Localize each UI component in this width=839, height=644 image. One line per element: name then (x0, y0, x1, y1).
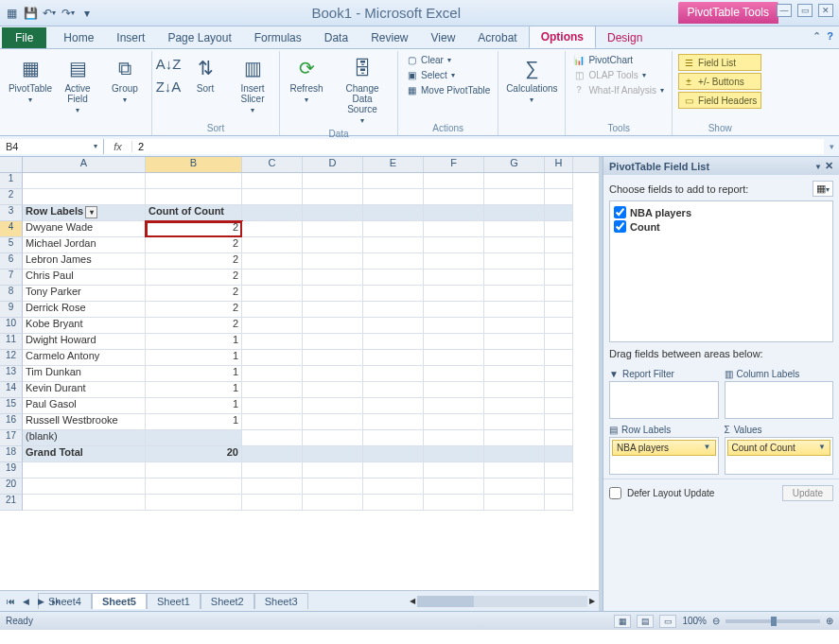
tab-options[interactable]: Options (529, 26, 596, 48)
tab-data[interactable]: Data (313, 27, 359, 48)
pane-menu-icon[interactable]: ▼ (814, 163, 822, 171)
sheet-nav-last[interactable]: ⏭ (49, 597, 62, 606)
zoom-in-button[interactable]: ⊕ (826, 616, 833, 626)
change-data-source-button[interactable]: 🗄Change Data Source▾ (333, 53, 392, 127)
sheet-tab-sheet3[interactable]: Sheet3 (254, 593, 308, 609)
tab-review[interactable]: Review (359, 27, 419, 48)
row-header-5[interactable]: 5 (0, 237, 23, 253)
row-header-15[interactable]: 15 (0, 398, 23, 414)
field-nba-players[interactable]: NBA players (614, 205, 829, 219)
row-header-8[interactable]: 8 (0, 286, 23, 302)
pivot-blank-row[interactable]: (blank) (23, 430, 146, 446)
pivot-row-label[interactable]: Kevin Durant (23, 382, 146, 398)
column-header-C[interactable]: C (242, 157, 303, 172)
whatif-button[interactable]: ？What-If Analysis ▾ (571, 83, 666, 96)
column-header-H[interactable]: H (545, 157, 573, 172)
column-header-E[interactable]: E (363, 157, 424, 172)
row-header-11[interactable]: 11 (0, 334, 23, 350)
pivot-row-value[interactable]: 1 (146, 398, 242, 414)
olap-tools-button[interactable]: ◫OLAP Tools ▾ (571, 68, 666, 81)
column-header-F[interactable]: F (424, 157, 484, 172)
pivot-row-label[interactable]: Tony Parker (23, 286, 146, 302)
pivotchart-button[interactable]: 📊PivotChart (571, 53, 666, 66)
pivot-row-value[interactable]: 1 (146, 366, 242, 382)
row-header-4[interactable]: 4 (0, 221, 23, 237)
pivot-row-label[interactable]: Dwyane Wade (23, 221, 146, 237)
count-header[interactable]: Count of Count (146, 205, 242, 221)
pivot-row-label[interactable]: Tim Dunkan (23, 366, 146, 382)
pivot-row-value[interactable]: 2 (146, 253, 242, 270)
pivot-row-value[interactable]: 2 (146, 302, 242, 318)
column-header-G[interactable]: G (484, 157, 545, 172)
sheet-tab-sheet1[interactable]: Sheet1 (147, 593, 201, 609)
plus-minus-buttons-toggle[interactable]: ±+/- Buttons (678, 73, 761, 90)
field-list-toggle[interactable]: ☰Field List (678, 54, 761, 71)
tab-formulas[interactable]: Formulas (243, 27, 313, 48)
zoom-out-button[interactable]: ⊖ (712, 616, 720, 626)
undo-icon[interactable]: ↶▾ (42, 6, 57, 21)
qat-more-icon[interactable]: ▾ (79, 6, 95, 21)
field-headers-toggle[interactable]: ▭Field Headers (678, 92, 761, 109)
pivot-row-value[interactable]: 1 (146, 334, 242, 350)
active-field-button[interactable]: ▤Active Field▾ (57, 53, 98, 116)
row-labels-filter-icon[interactable]: ▾ (85, 206, 97, 218)
sheet-nav-next[interactable]: ▶ (34, 597, 47, 606)
row-header-20[interactable]: 20 (0, 479, 23, 495)
pivot-row-label[interactable]: Chris Paul (23, 270, 146, 286)
row-header-21[interactable]: 21 (0, 495, 23, 511)
row-labels-header[interactable]: Row Labels▾ (23, 205, 146, 221)
row-labels-area[interactable]: NBA players▼ (609, 437, 719, 475)
name-box[interactable]: B4▾ (0, 139, 104, 154)
insert-slicer-button[interactable]: ▥Insert Slicer▾ (232, 53, 273, 116)
pivot-row-label[interactable]: Derrick Rose (23, 302, 146, 318)
refresh-button[interactable]: ⟳Refresh▾ (286, 53, 327, 106)
pivot-row-label[interactable]: Dwight Howard (23, 334, 146, 350)
pivot-row-label[interactable]: Michael Jordan (23, 237, 146, 253)
help-icon[interactable]: ? (827, 30, 833, 43)
defer-update-checkbox[interactable] (609, 487, 621, 499)
row-header-3[interactable]: 3 (0, 205, 23, 221)
select-button[interactable]: ▣Select ▾ (404, 68, 492, 81)
tab-file[interactable]: File (2, 27, 46, 48)
pivot-row-label[interactable]: Paul Gasol (23, 398, 146, 414)
sheet-tab-sheet2[interactable]: Sheet2 (201, 593, 254, 609)
pivot-row-value[interactable]: 2 (146, 221, 242, 237)
zoom-level[interactable]: 100% (682, 616, 707, 626)
column-header-B[interactable]: B (146, 157, 242, 172)
row-header-6[interactable]: 6 (0, 253, 23, 270)
group-button[interactable]: ⧉Group▾ (104, 53, 146, 106)
sort-button[interactable]: ⇅Sort (184, 53, 226, 96)
sheet-tab-sheet5[interactable]: Sheet5 (92, 593, 147, 609)
row-header-1[interactable]: 1 (0, 173, 23, 189)
column-header-D[interactable]: D (303, 157, 363, 172)
close-button[interactable]: ✕ (818, 4, 833, 17)
maximize-button[interactable]: ▭ (797, 4, 813, 17)
tab-design[interactable]: Design (596, 27, 654, 48)
pivot-row-label[interactable]: Carmelo Antony (23, 350, 146, 366)
page-break-view-button[interactable]: ▭ (659, 615, 676, 628)
sort-asc-button[interactable]: A↓Z (158, 53, 179, 74)
move-pivottable-button[interactable]: ▦Move PivotTable (404, 83, 492, 96)
zoom-slider[interactable] (725, 619, 820, 623)
pivot-row-value[interactable]: 1 (146, 382, 242, 398)
save-icon[interactable]: 💾 (23, 6, 38, 21)
row-header-9[interactable]: 9 (0, 302, 23, 318)
sheet-nav-prev[interactable]: ◀ (19, 597, 32, 606)
sheet-nav-first[interactable]: ⏮ (4, 597, 17, 606)
tab-home[interactable]: Home (52, 27, 105, 48)
column-header-A[interactable]: A (23, 157, 146, 172)
calculations-button[interactable]: ∑Calculations▾ (504, 53, 559, 106)
pivot-row-value[interactable]: 1 (146, 414, 242, 430)
tab-insert[interactable]: Insert (105, 27, 156, 48)
pivot-row-value[interactable]: 2 (146, 237, 242, 253)
row-header-13[interactable]: 13 (0, 366, 23, 382)
pivot-row-value[interactable]: 2 (146, 270, 242, 286)
horizontal-scrollbar[interactable]: ◀▶ (408, 595, 597, 608)
row-header-14[interactable]: 14 (0, 382, 23, 398)
pivottable-button[interactable]: ▦PivotTable▾ (9, 53, 51, 106)
redo-icon[interactable]: ↷▾ (61, 6, 76, 21)
tab-view[interactable]: View (420, 27, 467, 48)
normal-view-button[interactable]: ▦ (614, 615, 631, 628)
formula-bar[interactable] (132, 139, 824, 154)
minimize-button[interactable]: ― (777, 4, 792, 17)
